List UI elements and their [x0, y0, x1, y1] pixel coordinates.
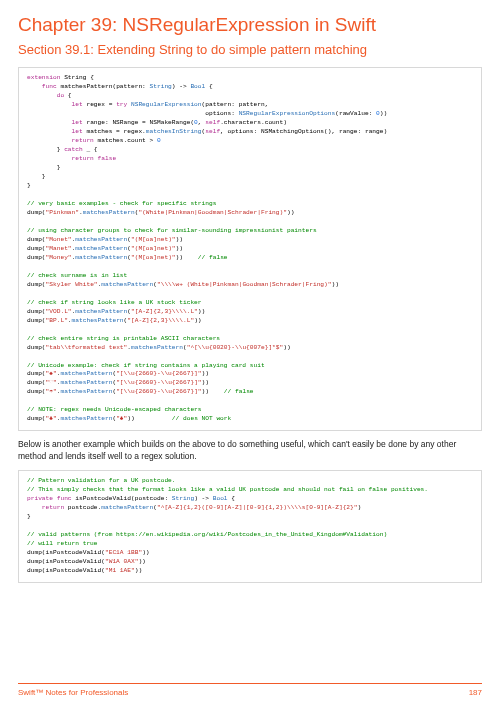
code-block-1: extension String { func matchesPattern(p…: [18, 67, 482, 431]
body-text: Below is another example which builds on…: [18, 439, 482, 462]
page-footer: Swift™ Notes for Professionals 187: [18, 683, 482, 697]
section-title: Section 39.1: Extending String to do sim…: [18, 42, 482, 57]
footer-page-number: 187: [469, 688, 482, 697]
code-block-2: // Pattern validation for a UK postcode.…: [18, 470, 482, 583]
chapter-title: Chapter 39: NSRegularExpression in Swift: [18, 14, 482, 36]
footer-book-title: Swift™ Notes for Professionals: [18, 688, 128, 697]
